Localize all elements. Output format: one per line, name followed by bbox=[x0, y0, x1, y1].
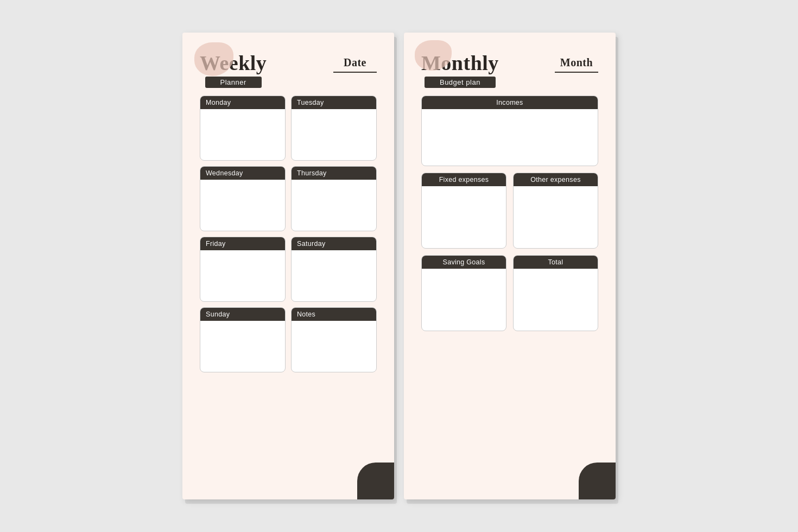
other-expenses-box[interactable]: Other expenses bbox=[513, 173, 598, 249]
incomes-body[interactable] bbox=[422, 109, 598, 163]
weekly-date-line bbox=[333, 72, 377, 73]
monthly-subtitle: Budget plan bbox=[425, 77, 496, 88]
monday-header: Monday bbox=[200, 96, 285, 109]
saving-goals-header: Saving Goals bbox=[422, 256, 506, 269]
fixed-expenses-header: Fixed expenses bbox=[422, 173, 506, 186]
other-expenses-header: Other expenses bbox=[514, 173, 598, 186]
sunday-box[interactable]: Sunday bbox=[200, 307, 286, 372]
other-expenses-body[interactable] bbox=[514, 186, 598, 240]
tuesday-header: Tuesday bbox=[292, 96, 376, 109]
notes-header: Notes bbox=[292, 308, 376, 321]
monthly-month-label: Month bbox=[560, 56, 593, 69]
monthly-month-block: Month bbox=[555, 56, 598, 73]
thursday-body[interactable] bbox=[292, 180, 376, 229]
saturday-body[interactable] bbox=[292, 250, 376, 299]
total-header: Total bbox=[514, 256, 598, 269]
sunday-header: Sunday bbox=[200, 308, 285, 321]
weekly-grid: Monday Tuesday Wednesday Thursday Friday bbox=[200, 96, 377, 372]
monday-body[interactable] bbox=[200, 109, 285, 158]
friday-header: Friday bbox=[200, 237, 285, 250]
monthly-corner-decoration bbox=[579, 463, 616, 499]
monthly-page-wrapper: Monthly Budget plan Month Incomes Fix bbox=[404, 33, 616, 499]
fixed-expenses-body[interactable] bbox=[422, 186, 506, 240]
fixed-expenses-box[interactable]: Fixed expenses bbox=[421, 173, 506, 249]
notes-box[interactable]: Notes bbox=[291, 307, 377, 372]
total-box[interactable]: Total bbox=[513, 255, 598, 331]
saturday-header: Saturday bbox=[292, 237, 376, 250]
weekly-subtitle: Planner bbox=[205, 77, 262, 88]
weekly-corner-decoration bbox=[357, 463, 394, 499]
monthly-month-line bbox=[555, 72, 598, 73]
weekly-page: Weekly Planner Date Monday Tuesday bbox=[182, 33, 394, 499]
monthly-page: Monthly Budget plan Month Incomes Fix bbox=[404, 33, 616, 499]
friday-body[interactable] bbox=[200, 250, 285, 299]
tuesday-body[interactable] bbox=[292, 109, 376, 158]
expenses-row: Fixed expenses Other expenses bbox=[421, 173, 598, 249]
pages-container: Weekly Planner Date Monday Tuesday bbox=[161, 11, 637, 521]
incomes-box[interactable]: Incomes bbox=[421, 96, 598, 166]
weekly-page-wrapper: Weekly Planner Date Monday Tuesday bbox=[182, 33, 394, 499]
wednesday-box[interactable]: Wednesday bbox=[200, 166, 286, 231]
weekly-date-block: Date bbox=[333, 56, 377, 73]
budget-sections: Incomes Fixed expenses Other expenses bbox=[421, 96, 598, 331]
thursday-header: Thursday bbox=[292, 167, 376, 180]
saving-goals-body[interactable] bbox=[422, 269, 506, 323]
incomes-header: Incomes bbox=[422, 96, 598, 109]
saving-goals-box[interactable]: Saving Goals bbox=[421, 255, 506, 331]
tuesday-box[interactable]: Tuesday bbox=[291, 96, 377, 161]
goals-row: Saving Goals Total bbox=[421, 255, 598, 331]
total-body[interactable] bbox=[514, 269, 598, 323]
wednesday-body[interactable] bbox=[200, 180, 285, 229]
wednesday-header: Wednesday bbox=[200, 167, 285, 180]
weekly-date-label: Date bbox=[344, 56, 366, 69]
thursday-box[interactable]: Thursday bbox=[291, 166, 377, 231]
sunday-body[interactable] bbox=[200, 321, 285, 370]
saturday-box[interactable]: Saturday bbox=[291, 237, 377, 302]
monday-box[interactable]: Monday bbox=[200, 96, 286, 161]
friday-box[interactable]: Friday bbox=[200, 237, 286, 302]
notes-body[interactable] bbox=[292, 321, 376, 370]
